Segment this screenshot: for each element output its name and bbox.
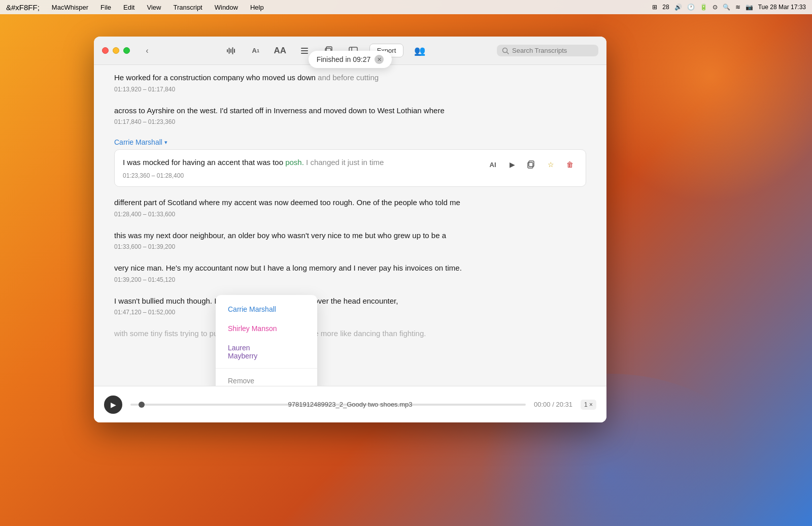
delete-icon[interactable]: 🗑 [562,157,578,172]
segment-time: 01:47,120 – 01:52,000 [114,309,586,316]
segment-time: 01:17,840 – 01:23,360 [114,118,586,125]
dropdown-divider [216,368,317,369]
font-large-icon[interactable]: AA [272,43,288,59]
font-small-icon[interactable]: A1 [248,43,264,59]
speaker-label[interactable]: Carrie Marshall ▾ [114,138,167,146]
speakers-icon[interactable]: 👥 [412,43,428,59]
segment-text: very nice man. He's my accountant now bu… [114,262,586,274]
menu-icon-search[interactable]: 🔍 [723,4,730,11]
speaker-chevron-icon: ▾ [164,139,167,146]
menu-transcript[interactable]: Transcript [171,3,204,12]
finished-text: Finished in 09:27 [317,55,371,63]
svg-rect-1 [228,48,229,54]
menu-file[interactable]: File [98,3,113,12]
svg-rect-4 [234,49,235,53]
segment-text: I wasn't bullied much though. I'd have t… [114,295,586,307]
traffic-lights [102,47,130,54]
segment-text: with some tiny fists trying to pummel my… [114,328,586,340]
menu-icon-controlcenter[interactable]: ⊙ [713,4,718,11]
segment-time: 01:13,920 – 01:17,840 [114,86,586,93]
player-time: 00:00 / 20:31 [534,401,572,408]
current-time: 00:00 [534,401,551,408]
star-icon[interactable]: ☆ [543,157,558,172]
finished-badge: Finished in 09:27 ✕ [309,51,392,68]
bg-decoration1 [584,0,812,203]
svg-rect-3 [232,47,233,54]
app-window: ‹ A1 AA [94,37,606,422]
svg-rect-7 [301,53,308,54]
segment-text: different part of Scotland where my acce… [114,197,586,209]
copy-segment-icon[interactable] [524,157,539,172]
menu-edit[interactable]: Edit [121,3,137,12]
segment-text: this was my next door neighbour, an olde… [114,230,586,242]
transcript-segment: different part of Scotland where my acce… [114,197,586,218]
apple-menu[interactable]: &#xF8FF; [6,3,40,12]
highlighted-segment: I was mocked for having an accent that w… [114,149,586,187]
player-filename: 9781912489923_2_Goody two shoes.mp3 [288,401,412,408]
transcript-segment: very nice man. He's my accountant now bu… [114,262,586,283]
svg-rect-2 [230,49,231,53]
menubar: &#xF8FF; MacWhisper File Edit View Trans… [0,0,812,14]
menu-icon-textbundle: ⊞ [652,4,657,11]
menu-window[interactable]: Window [213,3,240,12]
segment-text: He worked for a construction company who… [114,72,586,84]
maximize-button[interactable] [123,47,130,54]
segment-actions: AI ▶ ☆ 🗑 [485,157,578,172]
close-button[interactable] [102,47,109,54]
segment-with-speaker: Carrie Marshall ▾ Carrie Marshall Shirle… [114,138,586,187]
search-box[interactable] [497,45,598,56]
svg-rect-6 [301,50,308,51]
transcript-segment: He worked for a construction company who… [114,72,586,93]
speaker-name: Carrie Marshall [114,138,162,146]
segment-text: I was mocked for having an accent that w… [123,157,485,169]
menu-app[interactable]: MacWhisper [50,3,90,12]
transcript-segment: this was my next door neighbour, an olde… [114,230,586,251]
segment-time: 01:39,200 – 01:45,120 [114,276,586,283]
audio-player: ▶ 9781912489923_2_Goody two shoes.mp3 00… [94,386,606,422]
speaker-dropdown: Carrie Marshall Shirley Manson LaurenMay… [216,295,317,386]
transcript-segment: across to Ayrshire on the west. I'd star… [114,105,586,126]
ai-icon[interactable]: AI [485,157,500,172]
menu-datetime: Tue 28 Mar 17:33 [758,4,806,11]
dropdown-item-remove[interactable]: Remove [219,372,314,386]
total-time: 20:31 [556,401,572,408]
transcript-segment: with some tiny fists trying to pummel my… [114,328,586,340]
menu-help[interactable]: Help [248,3,266,12]
segment-text: across to Ayrshire on the west. I'd star… [114,105,586,117]
back-button[interactable]: ‹ [140,44,154,58]
minimize-button[interactable] [113,47,119,54]
menu-view[interactable]: View [145,3,163,12]
search-input[interactable] [512,47,588,54]
play-segment-icon[interactable]: ▶ [504,157,520,172]
svg-rect-0 [227,49,228,52]
waveform-icon[interactable] [223,43,240,59]
svg-rect-5 [301,48,308,49]
dropdown-item-carrie[interactable]: Carrie Marshall [219,300,314,318]
menu-icon-facetime[interactable]: 📷 [746,4,753,11]
menu-icon-clock: 🕐 [687,4,695,11]
segment-time: 01:28,400 – 01:33,600 [114,211,586,218]
transcript-segment: I wasn't bullied much though. I'd have t… [114,295,586,316]
badge-close-button[interactable]: ✕ [375,55,384,64]
menu-icon-wifi[interactable]: ≋ [735,4,740,11]
play-button[interactable]: ▶ [104,396,122,414]
segment-time: 01:23,360 – 01:28,400 [123,172,578,179]
speed-button[interactable]: 1 × [581,400,596,410]
transcript-content[interactable]: He worked for a construction company who… [94,62,606,386]
dropdown-item-lauren[interactable]: LaurenMayberry [219,339,314,365]
menu-icon-calendar: 28 [662,4,669,11]
menu-icon-volume: 🔊 [674,4,682,11]
menu-icon-battery: 🔋 [700,4,707,11]
search-icon [502,47,509,54]
dropdown-item-shirley[interactable]: Shirley Manson [219,319,314,338]
svg-line-13 [507,52,509,54]
segment-time: 01:33,600 – 01:39,200 [114,243,586,250]
progress-thumb[interactable] [139,402,145,408]
